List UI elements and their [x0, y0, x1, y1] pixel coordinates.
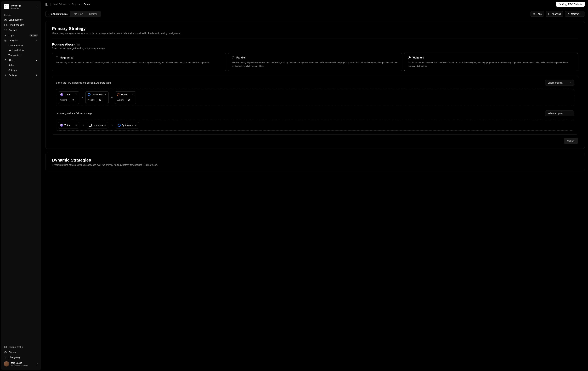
analytics-button[interactable]: Analytics	[546, 11, 563, 17]
arrow-right-icon: →	[110, 123, 114, 127]
sidebar-item-label: Load Balancer	[9, 19, 38, 21]
chip-name: Inception	[93, 124, 103, 127]
tabs-row: Routing Strategies API Keys Settings Log…	[45, 11, 585, 17]
action-row: Logs Analytics Mainnet	[531, 11, 585, 17]
chart-icon	[548, 13, 550, 15]
failover-chip-quicknode: Quicknode ✕	[116, 122, 139, 129]
activity-icon	[4, 346, 7, 348]
chevron-up-down-icon	[36, 5, 38, 8]
sidebar-item-label: Alerts	[9, 59, 33, 62]
sidebar: Ironforge Enterprise Platform Load Balan…	[1, 1, 41, 370]
svg-rect-1	[5, 20, 7, 20]
sidebar-toggle[interactable]	[45, 3, 48, 6]
brand-switcher[interactable]: Ironforge Enterprise	[3, 3, 40, 10]
copy-icon	[558, 3, 561, 6]
weight-input[interactable]	[69, 98, 76, 102]
remove-chip-button[interactable]: ✕	[135, 124, 137, 127]
update-button[interactable]: Update	[564, 138, 578, 144]
plus-icon: +	[81, 96, 84, 99]
endpoint-chip-quicknode: Quicknode ✕ Weight:	[85, 91, 109, 104]
algo-name: Parallel	[236, 56, 246, 59]
select-endpoint[interactable]: Select endpoint	[545, 80, 574, 86]
algo-desc: Simultaneously dispatches requests to al…	[232, 61, 398, 68]
algo-weighted[interactable]: Weighted Distributes requests across RPC…	[404, 53, 578, 71]
sidebar-item-logs[interactable]: Logs New	[3, 33, 40, 38]
svg-point-11	[569, 14, 569, 15]
crumb-active[interactable]: Demo	[84, 3, 90, 6]
brand-name: Ironforge	[11, 4, 34, 7]
sidebar-item-firewall[interactable]: Firewall	[3, 28, 40, 33]
sidebar-item-alerts[interactable]: Alerts	[3, 58, 40, 63]
sidebar-item-label: Firewall	[9, 29, 38, 32]
badge-new: New	[30, 34, 38, 37]
tabs: Routing Strategies API Keys Settings	[45, 11, 101, 17]
card-title: Primary Strategy	[52, 26, 578, 31]
sidebar-sub-alerts-rules[interactable]: Rules	[3, 63, 40, 68]
algo-sequential[interactable]: Sequential Sequentially sends requests t…	[52, 53, 226, 71]
list-icon	[533, 13, 536, 15]
sidebar-item-label: RPC Endpoints	[9, 24, 38, 26]
chip-name: Quicknode	[92, 93, 104, 96]
svg-rect-4	[5, 25, 7, 26]
algo-name: Weighted	[412, 56, 424, 59]
chevron-up-down-icon	[570, 82, 572, 84]
analytics-icon	[4, 39, 7, 42]
algo-parallel[interactable]: Parallel Simultaneously dispatches reque…	[228, 53, 402, 71]
button-label: Mainnet	[571, 13, 579, 15]
plus-icon: +	[110, 96, 113, 99]
endpoints-label: Select the RPC endpoints and assign a we…	[56, 81, 111, 84]
sidebar-item-changelog[interactable]: Changelog	[3, 355, 40, 360]
chevron-up-down-icon	[36, 363, 38, 365]
failover-label: Optionally, define a failover strategy	[56, 112, 92, 115]
logs-icon	[4, 34, 7, 37]
weight-input[interactable]	[126, 98, 133, 102]
chip-name: Triton	[64, 93, 74, 96]
remove-chip-button[interactable]: ✕	[104, 124, 106, 127]
network-selector[interactable]: Mainnet	[565, 11, 585, 17]
algo-desc: Sequentially sends requests to each RPC …	[56, 61, 222, 65]
select-failover-endpoint[interactable]: Select endpoint	[545, 110, 574, 116]
user-email: me@italoacasas.com	[11, 364, 34, 366]
copy-rpc-endpoint-button[interactable]: Copy RPC Endpoint	[556, 2, 585, 7]
tab-routing-strategies[interactable]: Routing Strategies	[46, 11, 70, 17]
remove-chip-button[interactable]: ✕	[75, 124, 77, 127]
weight-input[interactable]	[96, 98, 103, 102]
tab-settings[interactable]: Settings	[86, 11, 100, 17]
sidebar-sub-analytics-lb[interactable]: Load Balancer	[3, 43, 40, 48]
globe-icon	[4, 351, 7, 353]
main: Load Balancer › Projects › Demo Copy RPC…	[42, 0, 588, 371]
sidebar-sub-analytics-tx[interactable]: Transactions	[3, 53, 40, 58]
sidebar-item-analytics[interactable]: Analytics	[3, 38, 40, 43]
tab-api-keys[interactable]: API Keys	[71, 11, 86, 17]
triton-icon	[60, 93, 63, 96]
select-placeholder: Select endpoint	[547, 81, 563, 84]
remove-chip-button[interactable]: ✕	[132, 93, 134, 96]
sidebar-item-settings[interactable]: Settings	[3, 73, 40, 78]
brand-logo	[4, 4, 9, 9]
sidebar-item-load-balancer[interactable]: Load Balancer	[3, 17, 40, 22]
shield-icon	[4, 29, 7, 32]
sidebar-item-label: Discord	[9, 351, 38, 353]
sidebar-sub-analytics-rpc[interactable]: RPC Endpoints	[3, 48, 40, 53]
card-subtitle: Dynamic routing strategies take preceden…	[52, 164, 578, 166]
sidebar-item-label: Analytics	[9, 39, 33, 42]
sidebar-sub-alerts-settings[interactable]: Settings	[3, 68, 40, 73]
endpoints-icon	[4, 24, 7, 26]
remove-chip-button[interactable]: ✕	[105, 93, 106, 96]
failover-row: Triton ✕ → Inception ✕ →	[56, 120, 574, 131]
algorithm-grid: Sequential Sequentially sends requests t…	[52, 53, 578, 71]
radio-off	[232, 56, 234, 59]
svg-point-10	[567, 14, 568, 15]
alert-icon	[4, 59, 7, 62]
sidebar-item-discord[interactable]: Discord	[3, 349, 40, 355]
user-menu[interactable]: Italo Casas me@italoacasas.com	[3, 360, 40, 368]
sidebar-item-rpc-endpoints[interactable]: RPC Endpoints	[3, 22, 40, 28]
crumb[interactable]: Projects	[72, 3, 80, 6]
svg-rect-2	[5, 20, 7, 21]
select-placeholder: Select endpoint	[547, 112, 563, 115]
remove-chip-button[interactable]: ✕	[75, 93, 77, 96]
endpoint-chip-helius: Helius ✕ Weight:	[115, 91, 136, 104]
logs-button[interactable]: Logs	[531, 11, 544, 17]
sidebar-item-system-status[interactable]: System Status	[3, 344, 40, 349]
crumb[interactable]: Load Balancer	[53, 3, 67, 6]
